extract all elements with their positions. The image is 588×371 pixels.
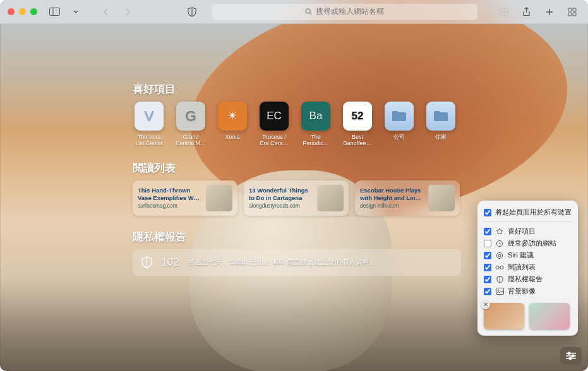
- image-icon: [495, 288, 504, 295]
- address-bar[interactable]: 搜尋或輸入網站名稱: [212, 4, 477, 20]
- favorite-item[interactable]: 52Best Banoffee…: [341, 102, 374, 147]
- reading-card-source: design-milk.com: [360, 203, 423, 209]
- settings-option-checkbox[interactable]: [484, 288, 491, 295]
- svg-point-13: [500, 266, 503, 269]
- svg-point-19: [572, 355, 574, 357]
- fullscreen-window-button[interactable]: [30, 8, 37, 15]
- favorite-icon: G: [176, 102, 205, 131]
- safari-window: 搜尋或輸入網站名稱 喜好項目 VThe Vera List CenterGGra…: [0, 0, 588, 371]
- forward-button[interactable]: [119, 4, 136, 20]
- svg-line-3: [309, 13, 311, 15]
- reading-list-card[interactable]: Escobar House Plays with Height and Line…: [355, 180, 460, 216]
- settings-option-row[interactable]: 經常參訪的網站: [484, 237, 572, 249]
- sync-start-page-checkbox[interactable]: [484, 209, 491, 216]
- svg-rect-6: [573, 8, 576, 11]
- settings-option-row[interactable]: 隱私權報告: [484, 273, 572, 285]
- background-thumb-1[interactable]: ✕: [484, 303, 524, 329]
- favorite-item[interactable]: 公司: [383, 102, 416, 147]
- svg-point-2: [306, 9, 310, 13]
- reading-card-title: This Hand-Thrown Vase Exemplifies Why Ce…: [138, 187, 201, 201]
- svg-rect-0: [49, 8, 59, 16]
- star-icon: [495, 228, 504, 235]
- favorite-icon: 52: [343, 102, 372, 131]
- settings-option-checkbox[interactable]: [484, 264, 491, 271]
- favorite-item[interactable]: ECProcess / Era Cera…: [258, 102, 291, 147]
- clock-icon: [495, 240, 504, 247]
- svg-point-10: [496, 252, 502, 258]
- privacy-report-card[interactable]: 102 在過去七天，Safari 已防止 102 個追蹤器建立您的個人資料。: [133, 249, 461, 276]
- folder-icon: [433, 110, 449, 122]
- close-window-button[interactable]: [8, 8, 15, 15]
- svg-rect-7: [568, 13, 572, 16]
- settings-option-checkbox[interactable]: [484, 252, 491, 259]
- settings-option-checkbox[interactable]: [484, 240, 491, 247]
- svg-point-12: [496, 266, 499, 269]
- favorite-item[interactable]: BaThe Periodic…: [299, 102, 332, 147]
- favorite-label: The Periodic…: [299, 134, 332, 147]
- settings-option-label: Siri 建議: [508, 250, 534, 260]
- sync-start-page-row[interactable]: 將起始頁面用於所有裝置: [484, 206, 572, 218]
- favorite-label: Process / Era Cera…: [258, 134, 291, 147]
- tab-overview-button[interactable]: [564, 4, 580, 20]
- address-placeholder: 搜尋或輸入網站名稱: [316, 6, 384, 17]
- background-thumb-2[interactable]: [529, 303, 570, 329]
- svg-rect-5: [568, 8, 572, 11]
- favorite-icon: [426, 102, 455, 131]
- shield-icon: [141, 256, 152, 269]
- settings-option-row[interactable]: 閱讀列表: [484, 261, 572, 273]
- reading-card-thumb: [206, 185, 232, 211]
- reading-card-thumb: [428, 185, 455, 211]
- settings-option-label: 經常參訪的網站: [508, 238, 556, 248]
- settings-option-label: 背景影像: [508, 286, 536, 296]
- minimize-window-button[interactable]: [19, 8, 26, 15]
- reading-card-thumb: [317, 185, 344, 211]
- settings-option-label: 喜好項目: [508, 227, 536, 236]
- privacy-count: 102: [161, 256, 179, 269]
- customize-start-page-button[interactable]: [560, 347, 582, 365]
- reading-card-source: surfacemag.com: [138, 203, 201, 209]
- siri-icon: [495, 252, 504, 259]
- settings-option-row[interactable]: Siri 建議: [484, 249, 572, 261]
- settings-option-label: 閱讀列表: [508, 262, 536, 272]
- favorite-item[interactable]: 住家: [424, 102, 457, 147]
- favorite-item[interactable]: GGrand Central M…: [174, 102, 207, 147]
- reading-list-card[interactable]: 13 Wonderful Things to Do in Cartagenaal…: [244, 180, 349, 216]
- svg-rect-14: [496, 288, 503, 295]
- settings-option-checkbox[interactable]: [484, 276, 491, 283]
- favorites-row: VThe Vera List CenterGGrand Central M…✴X…: [133, 102, 588, 147]
- new-tab-button[interactable]: [541, 4, 558, 20]
- glasses-icon: [495, 265, 504, 270]
- remove-background-button[interactable]: ✕: [481, 300, 490, 309]
- svg-point-11: [498, 254, 501, 257]
- tab-groups-dropdown[interactable]: [68, 4, 84, 20]
- search-icon: [305, 8, 312, 15]
- svg-point-17: [568, 352, 570, 355]
- start-page-settings-popover: 將起始頁面用於所有裝置 喜好項目經常參訪的網站Siri 建議閱讀列表隱私權報告背…: [477, 201, 578, 336]
- reading-card-title: Escobar House Plays with Height and Line…: [360, 187, 423, 201]
- svg-point-15: [498, 290, 499, 291]
- sync-start-page-label: 將起始頁面用於所有裝置: [495, 208, 572, 217]
- favorite-label: Grand Central M…: [174, 134, 207, 147]
- downloads-button[interactable]: [496, 4, 512, 20]
- privacy-report-button[interactable]: [184, 4, 200, 20]
- settings-option-row[interactable]: 背景影像: [484, 285, 572, 297]
- favorite-item[interactable]: ✴Xenia: [216, 102, 249, 147]
- folder-icon: [391, 110, 407, 122]
- favorite-item[interactable]: VThe Vera List Center: [133, 102, 165, 147]
- favorite-icon: ✴: [218, 102, 247, 131]
- back-button[interactable]: [98, 4, 114, 20]
- background-thumbnails: ✕: [484, 303, 572, 329]
- privacy-text: 在過去七天，Safari 已防止 102 個追蹤器建立您的個人資料。: [188, 257, 376, 267]
- svg-point-21: [569, 357, 572, 360]
- reading-list-card[interactable]: This Hand-Thrown Vase Exemplifies Why Ce…: [133, 180, 237, 216]
- svg-rect-8: [573, 13, 576, 16]
- favorite-icon: V: [135, 102, 164, 131]
- share-button[interactable]: [519, 4, 535, 20]
- favorite-icon: EC: [260, 102, 289, 131]
- settings-option-checkbox[interactable]: [484, 228, 491, 235]
- settings-option-row[interactable]: 喜好項目: [484, 225, 572, 237]
- favorite-label: 公司: [393, 134, 405, 140]
- sidebar-toggle-button[interactable]: [46, 4, 63, 20]
- reading-card-source: alongdustyroads.com: [249, 203, 312, 209]
- favorite-icon: [385, 102, 414, 131]
